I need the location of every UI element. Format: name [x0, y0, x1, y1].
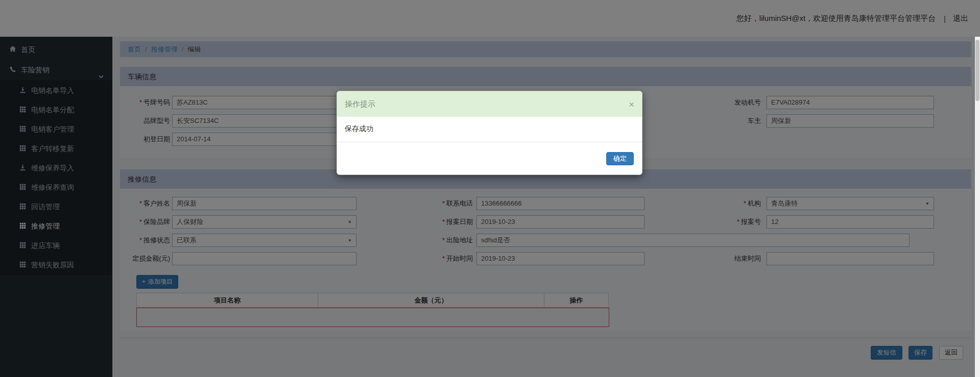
modal-title: 操作提示	[345, 99, 375, 109]
confirm-button[interactable]: 确定	[606, 152, 634, 165]
scrollbar-thumb[interactable]	[975, 40, 979, 101]
modal-footer: 确定	[337, 142, 642, 174]
page: 您好，liluminSH@xt，欢迎使用青岛康特管理平台管理平台 | 退出 首页…	[0, 0, 980, 377]
modal-message: 保存成功	[337, 117, 642, 142]
modal-header: 操作提示 ×	[337, 91, 642, 117]
vertical-scrollbar[interactable]	[975, 37, 980, 377]
operation-prompt-modal: 操作提示 × 保存成功 确定	[337, 91, 642, 175]
modal-backdrop	[0, 0, 980, 377]
close-icon[interactable]: ×	[629, 99, 634, 109]
